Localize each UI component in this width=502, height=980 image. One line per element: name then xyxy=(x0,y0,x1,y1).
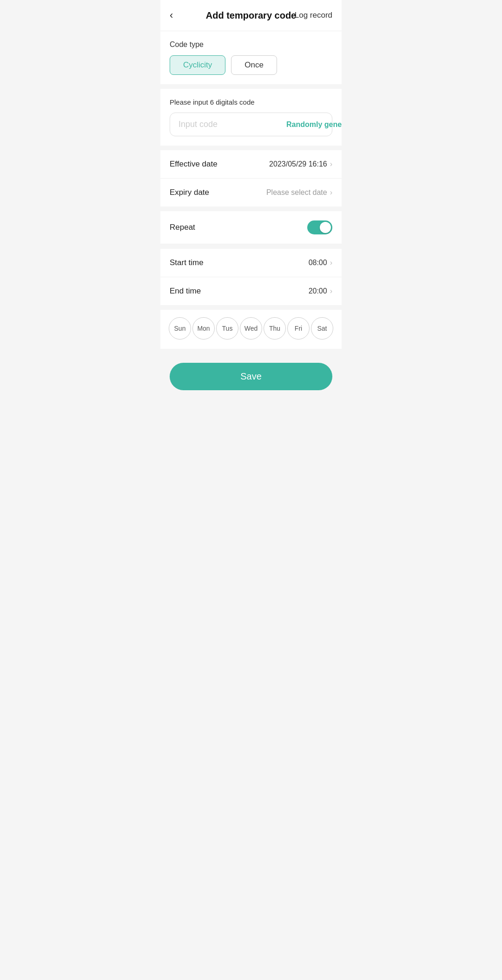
start-time-chevron: › xyxy=(330,259,332,267)
code-input[interactable] xyxy=(178,120,286,129)
code-type-section: Code type Cyclicity Once xyxy=(160,31,342,84)
page-title: Add temporary code xyxy=(206,10,296,21)
days-section: SunMonTusWedThuFriSat xyxy=(160,310,342,349)
end-time-value: 20:00 › xyxy=(309,287,332,295)
end-time-label: End time xyxy=(170,287,201,296)
start-time-row[interactable]: Start time 08:00 › xyxy=(160,249,342,277)
day-fri[interactable]: Fri xyxy=(287,317,310,340)
cyclicity-button[interactable]: Cyclicity xyxy=(170,55,225,75)
end-time-chevron: › xyxy=(330,287,332,295)
save-section: Save xyxy=(160,353,342,404)
time-section: Start time 08:00 › End time 20:00 › xyxy=(160,249,342,305)
repeat-toggle[interactable] xyxy=(307,220,332,234)
repeat-section: Repeat xyxy=(160,211,342,244)
back-button[interactable]: ‹ xyxy=(170,7,177,23)
code-type-row: Cyclicity Once xyxy=(170,55,332,75)
end-time-row[interactable]: End time 20:00 › xyxy=(160,277,342,305)
expiry-date-label: Expiry date xyxy=(170,188,209,197)
code-input-wrapper: Randomly generated xyxy=(170,113,332,136)
toggle-knob xyxy=(320,222,331,233)
days-row: SunMonTusWedThuFriSat xyxy=(165,317,337,340)
repeat-row: Repeat xyxy=(160,211,342,244)
start-time-value: 08:00 › xyxy=(309,259,332,267)
effective-date-row[interactable]: Effective date 2023/05/29 16:16 › xyxy=(160,150,342,179)
day-wed[interactable]: Wed xyxy=(240,317,262,340)
day-sat[interactable]: Sat xyxy=(311,317,333,340)
effective-date-label: Effective date xyxy=(170,160,218,169)
code-input-section: Please input 6 digitals code Randomly ge… xyxy=(160,89,342,146)
day-mon[interactable]: Mon xyxy=(192,317,215,340)
expiry-date-value: Please select date › xyxy=(266,188,332,197)
start-time-label: Start time xyxy=(170,258,204,267)
effective-date-value: 2023/05/29 16:16 › xyxy=(269,160,332,168)
once-button[interactable]: Once xyxy=(231,55,277,75)
day-tue[interactable]: Tus xyxy=(216,317,238,340)
effective-date-chevron: › xyxy=(330,160,332,168)
save-button[interactable]: Save xyxy=(170,363,332,390)
randomly-generated-button[interactable]: Randomly generated xyxy=(286,120,342,129)
log-record-button[interactable]: Log record xyxy=(295,11,332,20)
expiry-date-chevron: › xyxy=(330,188,332,197)
input-hint: Please input 6 digitals code xyxy=(170,98,332,106)
date-section: Effective date 2023/05/29 16:16 › Expiry… xyxy=(160,150,342,207)
code-type-label: Code type xyxy=(170,40,332,49)
day-sun[interactable]: Sun xyxy=(169,317,191,340)
day-thu[interactable]: Thu xyxy=(264,317,286,340)
header: ‹ Add temporary code Log record xyxy=(160,0,342,31)
expiry-date-row[interactable]: Expiry date Please select date › xyxy=(160,179,342,207)
repeat-label: Repeat xyxy=(170,223,195,232)
